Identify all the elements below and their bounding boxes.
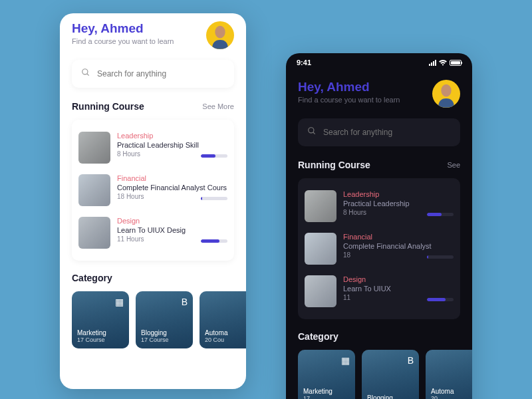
blog-icon: B <box>408 355 414 366</box>
avatar[interactable] <box>432 80 460 108</box>
category-card[interactable]: Automa 20 <box>426 350 472 399</box>
search-input[interactable] <box>323 128 451 137</box>
svg-point-3 <box>441 84 451 97</box>
course-thumb <box>305 233 336 265</box>
search-icon <box>81 68 90 80</box>
category-count: 17 <box>303 395 350 399</box>
category-count: 20 <box>431 395 472 399</box>
see-more-link[interactable]: See <box>447 161 460 169</box>
search-input[interactable] <box>97 69 225 78</box>
category-name: Marketing <box>77 329 124 336</box>
svg-line-2 <box>87 74 89 76</box>
course-tag: Financial <box>117 174 227 182</box>
course-tag: Leadership <box>117 132 227 140</box>
course-hours: 18 Hours <box>117 193 144 200</box>
progress-bar <box>427 255 454 259</box>
category-head: Category <box>72 273 234 283</box>
course-hours: 8 Hours <box>343 209 366 216</box>
status-time: 9:41 <box>297 59 311 66</box>
category-row: ▦ Marketing 17 B Blogging Automa 20 <box>298 350 460 399</box>
category-count: 20 Cou <box>205 336 246 343</box>
search-icon <box>307 126 317 138</box>
progress-bar <box>201 239 227 243</box>
category-count: 17 Course <box>141 336 188 343</box>
subtitle-text: Find a course you want to learn <box>298 96 400 104</box>
running-head: Running Course See More <box>72 101 234 112</box>
chart-icon: ▦ <box>115 297 124 307</box>
category-card[interactable]: ▦ Marketing 17 Course <box>72 291 129 348</box>
course-thumb <box>305 275 336 307</box>
running-card: Leadership Practical Leadership Skill 8 … <box>72 120 234 261</box>
subtitle-text: Find a course you want to learn <box>72 37 174 45</box>
see-more-link[interactable]: See More <box>202 102 234 110</box>
course-name: Complete Financial Analyst Cours <box>117 184 227 192</box>
wifi-icon <box>439 60 447 66</box>
course-tag: Leadership <box>343 190 454 198</box>
course-item[interactable]: Financial Complete Financial Analyst 18 <box>305 227 454 270</box>
category-title: Category <box>298 331 338 342</box>
category-head: Category <box>298 331 460 342</box>
chart-icon: ▦ <box>341 355 350 366</box>
course-hours: 11 <box>343 294 350 301</box>
course-name: Learn To UIUX <box>343 285 454 293</box>
course-item[interactable]: Leadership Practical Leadership Skill 8 … <box>78 126 227 169</box>
svg-point-0 <box>215 26 225 39</box>
category-name: Blogging <box>367 394 414 399</box>
header: Hey, Ahmed Find a course you want to lea… <box>72 21 234 49</box>
running-card: Leadership Practical Leadership 8 Hours … <box>298 178 460 319</box>
course-thumb <box>78 174 110 206</box>
running-title: Running Course <box>298 160 370 170</box>
category-row: ▦ Marketing 17 Course B Blogging 17 Cour… <box>72 291 234 348</box>
header: Hey, Ahmed Find a course you want to lea… <box>298 80 460 108</box>
course-tag: Financial <box>343 233 454 241</box>
status-bar: 9:41 <box>286 53 472 72</box>
greeting-text: Hey, Ahmed <box>72 21 174 36</box>
search-box[interactable] <box>298 118 460 146</box>
course-name: Learn To UIUX Desig <box>117 226 227 234</box>
course-item[interactable]: Financial Complete Financial Analyst Cou… <box>78 169 227 211</box>
signal-icon <box>429 60 436 66</box>
progress-bar <box>201 154 227 158</box>
course-hours: 18 <box>343 251 350 259</box>
course-hours: 11 Hours <box>117 235 144 243</box>
avatar[interactable] <box>206 21 234 49</box>
category-card[interactable]: ▦ Marketing 17 <box>298 350 355 399</box>
course-name: Practical Leadership <box>343 200 454 207</box>
course-name: Practical Leadership Skill <box>117 141 227 149</box>
course-thumb <box>78 132 110 164</box>
progress-bar <box>427 213 454 216</box>
course-tag: Design <box>117 217 227 225</box>
category-card[interactable]: B Blogging <box>362 350 419 399</box>
course-tag: Design <box>343 275 454 283</box>
category-name: Automa <box>431 388 472 395</box>
course-hours: 8 Hours <box>117 150 140 158</box>
course-thumb <box>78 217 110 249</box>
category-count: 17 Course <box>77 336 124 343</box>
search-box[interactable] <box>72 60 234 88</box>
svg-point-4 <box>309 128 314 133</box>
course-thumb <box>305 190 336 222</box>
category-name: Blogging <box>141 329 188 336</box>
blog-icon: B <box>182 297 188 307</box>
running-title: Running Course <box>72 101 144 112</box>
category-card[interactable]: B Blogging 17 Course <box>136 291 193 348</box>
progress-bar <box>427 298 454 301</box>
category-name: Automa <box>205 329 246 336</box>
svg-line-5 <box>313 132 315 134</box>
category-name: Marketing <box>303 388 350 395</box>
greeting-text: Hey, Ahmed <box>298 80 400 94</box>
course-item[interactable]: Design Learn To UIUX Desig 11 Hours <box>78 211 227 254</box>
svg-point-1 <box>82 69 88 74</box>
category-card[interactable]: Automa 20 Cou <box>200 291 246 348</box>
phone-dark-mockup: 9:41 Hey, Ahmed Find a course you want t… <box>286 53 472 399</box>
course-item[interactable]: Leadership Practical Leadership 8 Hours <box>305 185 454 227</box>
course-item[interactable]: Design Learn To UIUX 11 <box>305 270 454 313</box>
course-name: Complete Financial Analyst <box>343 242 454 250</box>
phone-light-mockup: Hey, Ahmed Find a course you want to lea… <box>60 13 246 389</box>
category-title: Category <box>72 273 112 283</box>
battery-icon <box>450 60 462 66</box>
progress-bar <box>201 197 227 200</box>
running-head: Running Course See <box>298 160 460 170</box>
